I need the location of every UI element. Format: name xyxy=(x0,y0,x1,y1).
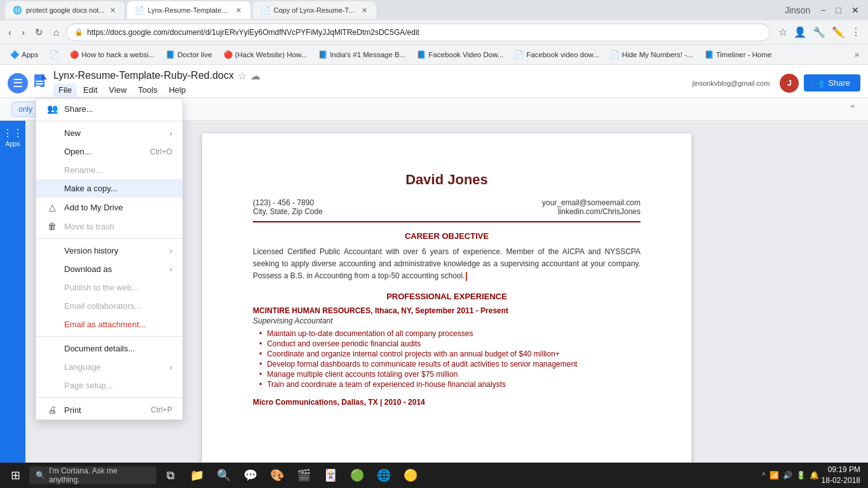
chevron-up-icon[interactable]: ^ xyxy=(762,471,766,480)
taskbar-paint-button[interactable]: 🎨 xyxy=(264,463,290,488)
menu-tools[interactable]: Tools xyxy=(133,83,162,97)
media-icon: 🎬 xyxy=(297,468,311,482)
battery-icon[interactable]: 🔋 xyxy=(796,471,806,480)
bookmark-hack[interactable]: 🔴 How to hack a websi... xyxy=(65,48,159,61)
bookmark-star-icon[interactable]: ☆ xyxy=(776,24,789,40)
user-profile-top[interactable]: Jinson xyxy=(781,4,814,17)
star-icon[interactable]: ☆ xyxy=(238,70,247,82)
bookmark-apps[interactable]: 🔷 Apps xyxy=(5,48,43,61)
user-email[interactable]: jinsonkvblog@gmail.com xyxy=(692,79,770,87)
tab1-favicon: 🌐 xyxy=(13,6,22,15)
menu-help[interactable]: Help xyxy=(164,83,191,97)
taskbar-media-button[interactable]: 🎬 xyxy=(291,463,316,488)
menu-email-attach[interactable]: Email as attachment... xyxy=(36,315,182,334)
cloud-icon[interactable]: ☁ xyxy=(250,70,261,82)
bookmark-fbvid[interactable]: 📘 Facebook Video Dow... xyxy=(412,48,508,61)
cortana-search[interactable]: 🔍 I'm Cortana. Ask me anything. xyxy=(29,466,156,484)
profile-icon[interactable]: 👤 xyxy=(792,24,808,40)
fbvid-favicon: 📘 xyxy=(417,50,426,59)
taskbar-search-button[interactable]: 🔍 xyxy=(211,463,236,488)
task-view-button[interactable]: ⧉ xyxy=(158,463,183,488)
tab3-close[interactable]: ✕ xyxy=(360,5,369,16)
tab2-close[interactable]: ✕ xyxy=(234,5,243,16)
menu-print[interactable]: 🖨 Print Ctrl+P xyxy=(36,400,182,419)
menu-view[interactable]: View xyxy=(104,83,132,97)
doctor-label: Doctor live xyxy=(177,51,212,58)
bullet-2: Conduct and oversee periodic financial a… xyxy=(259,339,641,348)
bookmark-hide[interactable]: 📄 Hide My Numbers! -... xyxy=(606,48,698,61)
sidebar-item-apps[interactable]: ⋮⋮ Apps xyxy=(1,126,24,149)
clock-display[interactable]: 09:19 PM 18-02-2018 xyxy=(822,464,860,486)
minimize-button[interactable]: − xyxy=(817,4,829,17)
experience-title: PROFESSIONAL EXPERIENCE xyxy=(253,292,641,301)
toolbar-collapse-icon[interactable]: ⌃ xyxy=(844,102,860,116)
menu-make-copy[interactable]: Make a copy... xyxy=(36,179,182,198)
tab1-close[interactable]: ✕ xyxy=(109,5,117,16)
user-avatar[interactable]: J xyxy=(780,74,799,93)
reload-button[interactable]: ↻ xyxy=(32,24,46,41)
file-explorer-button[interactable]: 📁 xyxy=(184,463,210,488)
secure-icon: 🔒 xyxy=(74,28,83,36)
email-attach-label: Email as attachment... xyxy=(64,320,146,329)
language-arrow-icon: › xyxy=(170,362,172,372)
taskbar-browser-button[interactable]: 🌐 xyxy=(371,463,397,488)
bookmark-timeliner[interactable]: 📘 Timeliner - Home xyxy=(700,48,777,61)
bookmark-hack2[interactable]: 🔴 (Hack Website) How... xyxy=(219,48,313,61)
browser-icon: 🌐 xyxy=(377,468,391,482)
network-icon[interactable]: 📶 xyxy=(770,471,779,480)
menu-add-drive[interactable]: △ Add to My Drive xyxy=(36,198,182,217)
forward-button[interactable]: › xyxy=(18,24,28,40)
bookmark-india[interactable]: 📘 India's #1 Message B... xyxy=(313,48,410,61)
maximize-button[interactable]: □ xyxy=(832,4,845,17)
start-button[interactable]: ⊞ xyxy=(3,463,28,488)
taskbar-yellow-button[interactable]: 🟡 xyxy=(398,463,423,488)
extension-icon1[interactable]: 🔧 xyxy=(811,24,827,40)
close-button[interactable]: ✕ xyxy=(848,4,863,17)
menu-open[interactable]: Open... Ctrl+O xyxy=(36,142,182,161)
menu-doc-details[interactable]: Document details... xyxy=(36,339,182,358)
bookmark-doctor[interactable]: 📘 Doctor live xyxy=(161,48,217,61)
bookmark-fbdl[interactable]: 📄 Facebook video dow... xyxy=(510,48,604,61)
tab-3[interactable]: 📄 Copy of Lynx-Resume-Te... ✕ xyxy=(253,1,376,19)
file-dropdown-menu: 👥 Share... New › Open... Ctrl+O Rename..… xyxy=(36,98,183,420)
menu-share[interactable]: 👥 Share... xyxy=(36,99,182,118)
bookmarks-more-button[interactable]: » xyxy=(851,48,863,60)
hide-favicon: 📄 xyxy=(611,50,620,59)
menu-new[interactable]: New › xyxy=(36,124,182,142)
bullet-1: Maintain up-to-date documentation of all… xyxy=(259,329,641,338)
home-button[interactable]: ⌂ xyxy=(50,24,62,40)
timeliner-favicon: 📘 xyxy=(705,50,714,59)
menu-download[interactable]: Download as › xyxy=(36,260,182,278)
apps-icon: 🔷 xyxy=(10,50,19,59)
menu-version[interactable]: Version history › xyxy=(36,241,182,260)
tab2-favicon: 📄 xyxy=(135,6,144,15)
search-icon: 🔍 xyxy=(36,471,45,480)
rename-label: Rename... xyxy=(64,165,102,175)
tab-2[interactable]: 📄 Lynx-Resume-Template-R... ✕ xyxy=(127,1,250,19)
tab-1[interactable]: 🌐 protect google docs not... ✕ xyxy=(5,1,125,19)
menu-file[interactable]: File xyxy=(53,83,77,97)
new-label: New xyxy=(64,128,81,138)
more-options-icon[interactable]: ⋮ xyxy=(849,24,863,40)
notification-icon[interactable]: 🔔 xyxy=(810,471,819,480)
resume-phone: (123) - 456 - 7890 xyxy=(253,198,323,207)
menu-edit[interactable]: Edit xyxy=(78,83,102,97)
company2: Micro Communications, Dallas, TX | 2010 … xyxy=(253,398,641,407)
extension-icon2[interactable]: ✏️ xyxy=(830,24,846,40)
svg-rect-2 xyxy=(36,81,43,82)
taskbar-card-button[interactable]: 🃏 xyxy=(318,463,343,488)
resume-contact: (123) - 456 - 7890 City, State, Zip Code… xyxy=(253,198,641,222)
hamburger-menu-icon[interactable]: ☰ xyxy=(8,73,28,93)
fbdl-label: Facebook video dow... xyxy=(526,51,599,58)
taskbar-chat-button[interactable]: 💬 xyxy=(238,463,263,488)
tab3-favicon: 📄 xyxy=(261,6,270,15)
share-button[interactable]: 👥 Share xyxy=(804,74,860,92)
back-button[interactable]: ‹ xyxy=(5,24,15,40)
doc-page: David Jones (123) - 456 - 7890 City, Sta… xyxy=(202,133,691,483)
volume-icon[interactable]: 🔊 xyxy=(783,471,792,480)
url-bar[interactable]: 🔒 https://docs.google.com/document/d/1uj… xyxy=(66,24,770,41)
bookmark-doc[interactable]: 📄 xyxy=(44,48,64,61)
docs-title-area: Lynx-Resume-Template-Ruby-Red.docx ☆ ☁ F… xyxy=(53,70,687,97)
taskbar-green-button[interactable]: 🟢 xyxy=(344,463,370,488)
divider-4 xyxy=(36,397,182,398)
